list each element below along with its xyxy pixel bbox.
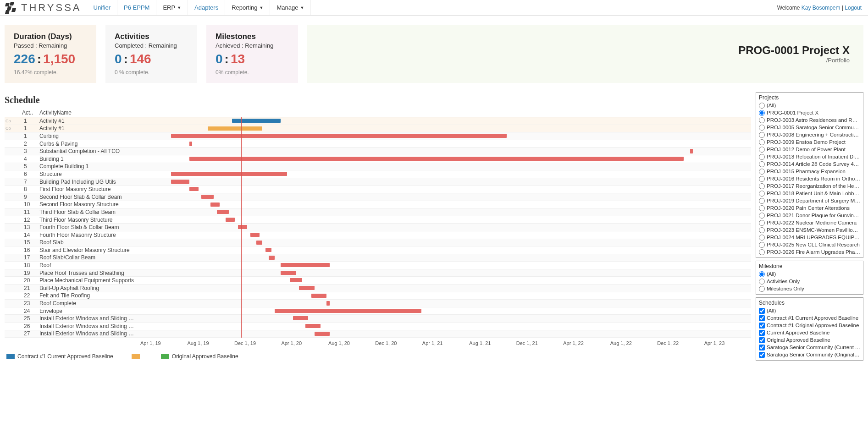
gantt-bar[interactable] — [275, 309, 421, 313]
radio-input[interactable] — [759, 110, 765, 116]
radio-input[interactable] — [759, 271, 765, 277]
gantt-row[interactable]: 13Fourth Floor Slab & Collar Beam — [5, 224, 751, 231]
nav-manage[interactable]: Manage▼ — [270, 0, 311, 15]
gantt-row[interactable]: 20Place Mechanical Equipment Supports — [5, 277, 751, 285]
gantt-bar[interactable] — [171, 134, 507, 138]
gantt-bar[interactable] — [293, 316, 308, 320]
radio-input[interactable] — [759, 169, 765, 175]
radio-input[interactable] — [759, 198, 765, 204]
user-link[interactable]: Kay Bosompem — [802, 5, 840, 11]
nav-adapters[interactable]: Adapters — [188, 0, 225, 15]
gantt-bar[interactable] — [208, 126, 263, 131]
gantt-row[interactable]: 16Stair and Elevator Masonry Structure — [5, 246, 751, 254]
gantt-row[interactable]: 15Roof Slab — [5, 239, 751, 247]
radio-input[interactable] — [759, 249, 765, 255]
gantt-row[interactable]: 26Install Exterior Windows and Sliding G… — [5, 323, 751, 330]
radio-input[interactable] — [759, 176, 765, 182]
filter-option[interactable]: (All) — [759, 270, 860, 278]
gantt-row[interactable]: 19Place Roof Trusses and Sheathing — [5, 269, 751, 277]
gantt-row[interactable]: 17Roof Slab/Collar Beam — [5, 254, 751, 262]
radio-input[interactable] — [759, 205, 765, 211]
checkbox-input[interactable] — [759, 323, 765, 328]
filter-option[interactable]: PROJ-0013 Relocation of Inpatient Dialys… — [759, 153, 860, 160]
filter-option[interactable]: Current Approved Baseline — [759, 329, 860, 336]
gantt-row[interactable]: 9Second Floor Slab & Collar Beam — [5, 193, 751, 201]
radio-input[interactable] — [759, 220, 765, 226]
filter-option[interactable]: Contract #1 Current Approved Baseline — [759, 314, 860, 322]
gantt-bar[interactable] — [210, 203, 220, 207]
gantt-bar[interactable] — [171, 172, 287, 176]
radio-input[interactable] — [759, 213, 765, 219]
gantt-row[interactable]: 22Felt and Tile Roofing — [5, 292, 751, 300]
radio-input[interactable] — [759, 132, 765, 138]
radio-input[interactable] — [759, 279, 765, 285]
filter-option[interactable]: Activities Only — [759, 278, 860, 285]
gantt-row[interactable]: 7Building Pad Including UG Utils — [5, 178, 751, 186]
filter-option[interactable]: PROJ-0020 Pain Center Alterations — [759, 204, 860, 212]
filter-option[interactable]: PROJ-0023 ENSMC-Women Pavillion-Bed Towe… — [759, 226, 860, 234]
gantt-row[interactable]: 2Curbs & Paving — [5, 140, 751, 148]
filter-option[interactable]: PROJ-0016 Residents Room in Orthopedic S… — [759, 175, 860, 182]
filter-option[interactable]: PROJ-0009 Enstoa Demo Project — [759, 138, 860, 146]
gantt-bar[interactable] — [281, 271, 296, 275]
gantt-bar[interactable] — [189, 157, 684, 161]
gantt-bar[interactable] — [269, 256, 275, 260]
gantt-bar[interactable] — [326, 301, 330, 306]
gantt-row[interactable]: 24Envelope — [5, 307, 751, 315]
radio-input[interactable] — [759, 286, 765, 292]
gantt-row[interactable]: 25Install Exterior Windows and Sliding G… — [5, 315, 751, 323]
filter-option[interactable]: Saratoga Senior Community (Original Appr… — [759, 351, 860, 358]
filter-option[interactable]: PROJ-0025 New CLL Clinical Research — [759, 241, 860, 248]
radio-input[interactable] — [759, 183, 765, 189]
gantt-row[interactable]: Co1Activity #1 — [5, 117, 751, 125]
filter-option[interactable]: PROJ-0015 Pharmacy Expansion — [759, 168, 860, 175]
gantt-row[interactable]: 10Second Floor Masonry Structure — [5, 201, 751, 209]
radio-input[interactable] — [759, 161, 765, 167]
logout-link[interactable]: Logout — [845, 5, 862, 11]
filter-option[interactable]: PROJ-0014 Article 28 Code Survey 410 Lak… — [759, 160, 860, 168]
gantt-bar[interactable] — [305, 324, 321, 328]
gantt-bar[interactable] — [232, 119, 281, 123]
gantt-bar[interactable] — [189, 187, 199, 191]
filter-option[interactable]: PROJ-0005 Saratoga Senior Community — [759, 124, 860, 131]
gantt-bar[interactable] — [238, 225, 247, 229]
filter-option[interactable]: (All) — [759, 102, 860, 109]
filter-option[interactable]: PROJ-0026 Fire Alarm Upgrades Phase I — [759, 248, 860, 256]
radio-input[interactable] — [759, 191, 765, 197]
gantt-bar[interactable] — [189, 142, 193, 146]
gantt-chart[interactable]: Act.. ActivityName Co1Activity #1Co1Acti… — [5, 108, 751, 349]
checkbox-input[interactable] — [759, 337, 765, 343]
gantt-row[interactable]: 14Fourth Floor Masonry Structure — [5, 231, 751, 239]
gantt-row[interactable]: Co1Activity #1 — [5, 125, 751, 133]
gantt-row[interactable]: 27Install Exterior Windows and Sliding G… — [5, 330, 751, 338]
gantt-bar[interactable] — [299, 286, 314, 290]
gantt-row[interactable]: 12Third Floor Masonry Structure — [5, 216, 751, 224]
gantt-row[interactable]: 23Roof Complete — [5, 300, 751, 307]
gantt-row[interactable]: 6Structure — [5, 170, 751, 178]
filter-option[interactable]: PROJ-0017 Reorganization of the Hematolo… — [759, 182, 860, 190]
gantt-bar[interactable] — [250, 233, 260, 237]
nav-erp[interactable]: ERP▼ — [156, 0, 188, 15]
gantt-bar[interactable] — [315, 332, 330, 336]
filter-option[interactable]: PROJ-0018 Patient Unit & Main Lobby Cosm… — [759, 190, 860, 197]
filter-option[interactable]: PROJ-0024 MRI UPGRADES EQUIPMENT ONLY — [759, 234, 860, 241]
radio-input[interactable] — [759, 227, 765, 233]
gantt-row[interactable]: 21Built-Up Asphalt Roofing — [5, 285, 751, 292]
checkbox-input[interactable] — [759, 345, 765, 350]
gantt-bar[interactable] — [201, 195, 214, 199]
filter-option[interactable]: (All) — [759, 307, 860, 314]
gantt-row[interactable]: 1Curbing — [5, 132, 751, 140]
nav-unifier[interactable]: Unifier — [87, 0, 118, 15]
gantt-bar[interactable] — [256, 241, 262, 245]
radio-input[interactable] — [759, 125, 765, 131]
filter-option[interactable]: PROJ-0022 Nuclear Medicine Camera — [759, 219, 860, 226]
checkbox-input[interactable] — [759, 315, 765, 321]
radio-input[interactable] — [759, 103, 765, 109]
gantt-bar[interactable] — [265, 248, 271, 252]
filter-option[interactable]: Original Approved Baseline — [759, 336, 860, 344]
filter-option[interactable]: Saratoga Senior Community (Current Appro… — [759, 344, 860, 351]
radio-input[interactable] — [759, 154, 765, 160]
filter-option[interactable]: PROG-0001 Project X — [759, 109, 860, 116]
gantt-bar[interactable] — [171, 180, 189, 184]
gantt-row[interactable]: 5Complete Building 1 — [5, 163, 751, 171]
